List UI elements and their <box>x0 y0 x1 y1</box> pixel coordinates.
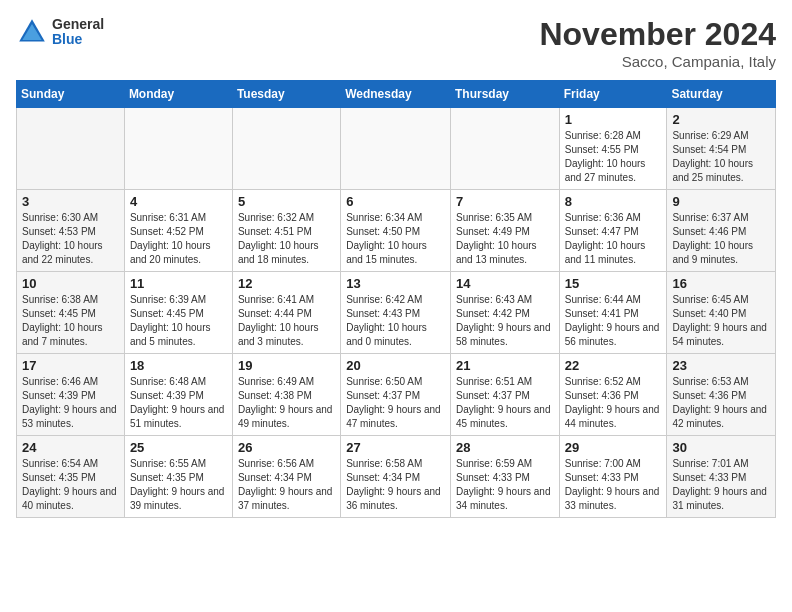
calendar-cell: 7Sunrise: 6:35 AM Sunset: 4:49 PM Daylig… <box>450 190 559 272</box>
calendar-cell: 3Sunrise: 6:30 AM Sunset: 4:53 PM Daylig… <box>17 190 125 272</box>
calendar-cell: 20Sunrise: 6:50 AM Sunset: 4:37 PM Dayli… <box>341 354 451 436</box>
day-info: Sunrise: 6:36 AM Sunset: 4:47 PM Dayligh… <box>565 211 662 267</box>
day-number: 22 <box>565 358 662 373</box>
logo-text: General Blue <box>52 17 104 48</box>
calendar-cell: 30Sunrise: 7:01 AM Sunset: 4:33 PM Dayli… <box>667 436 776 518</box>
day-number: 23 <box>672 358 770 373</box>
day-number: 14 <box>456 276 554 291</box>
day-info: Sunrise: 6:42 AM Sunset: 4:43 PM Dayligh… <box>346 293 445 349</box>
day-info: Sunrise: 6:34 AM Sunset: 4:50 PM Dayligh… <box>346 211 445 267</box>
weekday-header-monday: Monday <box>124 81 232 108</box>
calendar-cell: 8Sunrise: 6:36 AM Sunset: 4:47 PM Daylig… <box>559 190 667 272</box>
calendar-cell: 24Sunrise: 6:54 AM Sunset: 4:35 PM Dayli… <box>17 436 125 518</box>
day-number: 1 <box>565 112 662 127</box>
day-number: 28 <box>456 440 554 455</box>
day-info: Sunrise: 6:48 AM Sunset: 4:39 PM Dayligh… <box>130 375 227 431</box>
calendar-cell <box>17 108 125 190</box>
calendar-cell: 29Sunrise: 7:00 AM Sunset: 4:33 PM Dayli… <box>559 436 667 518</box>
day-info: Sunrise: 6:31 AM Sunset: 4:52 PM Dayligh… <box>130 211 227 267</box>
calendar-cell: 23Sunrise: 6:53 AM Sunset: 4:36 PM Dayli… <box>667 354 776 436</box>
weekday-row: SundayMondayTuesdayWednesdayThursdayFrid… <box>17 81 776 108</box>
day-number: 11 <box>130 276 227 291</box>
day-number: 27 <box>346 440 445 455</box>
day-number: 24 <box>22 440 119 455</box>
calendar-cell: 11Sunrise: 6:39 AM Sunset: 4:45 PM Dayli… <box>124 272 232 354</box>
calendar-week-1: 1Sunrise: 6:28 AM Sunset: 4:55 PM Daylig… <box>17 108 776 190</box>
calendar-cell <box>450 108 559 190</box>
day-info: Sunrise: 6:54 AM Sunset: 4:35 PM Dayligh… <box>22 457 119 513</box>
day-number: 21 <box>456 358 554 373</box>
location: Sacco, Campania, Italy <box>539 53 776 70</box>
calendar-cell: 5Sunrise: 6:32 AM Sunset: 4:51 PM Daylig… <box>232 190 340 272</box>
calendar-cell: 9Sunrise: 6:37 AM Sunset: 4:46 PM Daylig… <box>667 190 776 272</box>
day-number: 5 <box>238 194 335 209</box>
calendar-cell: 19Sunrise: 6:49 AM Sunset: 4:38 PM Dayli… <box>232 354 340 436</box>
day-info: Sunrise: 6:43 AM Sunset: 4:42 PM Dayligh… <box>456 293 554 349</box>
calendar-cell: 2Sunrise: 6:29 AM Sunset: 4:54 PM Daylig… <box>667 108 776 190</box>
day-info: Sunrise: 6:30 AM Sunset: 4:53 PM Dayligh… <box>22 211 119 267</box>
day-number: 6 <box>346 194 445 209</box>
day-info: Sunrise: 6:32 AM Sunset: 4:51 PM Dayligh… <box>238 211 335 267</box>
calendar-cell: 21Sunrise: 6:51 AM Sunset: 4:37 PM Dayli… <box>450 354 559 436</box>
day-info: Sunrise: 6:53 AM Sunset: 4:36 PM Dayligh… <box>672 375 770 431</box>
day-number: 30 <box>672 440 770 455</box>
calendar-cell: 15Sunrise: 6:44 AM Sunset: 4:41 PM Dayli… <box>559 272 667 354</box>
day-number: 8 <box>565 194 662 209</box>
day-info: Sunrise: 6:58 AM Sunset: 4:34 PM Dayligh… <box>346 457 445 513</box>
day-info: Sunrise: 6:44 AM Sunset: 4:41 PM Dayligh… <box>565 293 662 349</box>
calendar-cell: 6Sunrise: 6:34 AM Sunset: 4:50 PM Daylig… <box>341 190 451 272</box>
calendar-cell: 16Sunrise: 6:45 AM Sunset: 4:40 PM Dayli… <box>667 272 776 354</box>
day-number: 2 <box>672 112 770 127</box>
day-info: Sunrise: 6:45 AM Sunset: 4:40 PM Dayligh… <box>672 293 770 349</box>
title-area: November 2024 Sacco, Campania, Italy <box>539 16 776 70</box>
calendar-week-4: 17Sunrise: 6:46 AM Sunset: 4:39 PM Dayli… <box>17 354 776 436</box>
day-number: 29 <box>565 440 662 455</box>
calendar-cell: 10Sunrise: 6:38 AM Sunset: 4:45 PM Dayli… <box>17 272 125 354</box>
day-info: Sunrise: 7:00 AM Sunset: 4:33 PM Dayligh… <box>565 457 662 513</box>
day-info: Sunrise: 6:28 AM Sunset: 4:55 PM Dayligh… <box>565 129 662 185</box>
calendar-cell: 18Sunrise: 6:48 AM Sunset: 4:39 PM Dayli… <box>124 354 232 436</box>
calendar-cell: 13Sunrise: 6:42 AM Sunset: 4:43 PM Dayli… <box>341 272 451 354</box>
day-number: 17 <box>22 358 119 373</box>
day-info: Sunrise: 6:52 AM Sunset: 4:36 PM Dayligh… <box>565 375 662 431</box>
logo-general-text: General <box>52 17 104 32</box>
weekday-header-tuesday: Tuesday <box>232 81 340 108</box>
calendar-table: SundayMondayTuesdayWednesdayThursdayFrid… <box>16 80 776 518</box>
calendar-cell: 27Sunrise: 6:58 AM Sunset: 4:34 PM Dayli… <box>341 436 451 518</box>
day-number: 25 <box>130 440 227 455</box>
day-number: 13 <box>346 276 445 291</box>
day-info: Sunrise: 6:38 AM Sunset: 4:45 PM Dayligh… <box>22 293 119 349</box>
calendar-cell: 4Sunrise: 6:31 AM Sunset: 4:52 PM Daylig… <box>124 190 232 272</box>
month-title: November 2024 <box>539 16 776 53</box>
day-number: 26 <box>238 440 335 455</box>
day-info: Sunrise: 6:59 AM Sunset: 4:33 PM Dayligh… <box>456 457 554 513</box>
day-info: Sunrise: 7:01 AM Sunset: 4:33 PM Dayligh… <box>672 457 770 513</box>
day-number: 12 <box>238 276 335 291</box>
logo: General Blue <box>16 16 104 48</box>
day-info: Sunrise: 6:41 AM Sunset: 4:44 PM Dayligh… <box>238 293 335 349</box>
calendar-cell <box>341 108 451 190</box>
calendar-week-3: 10Sunrise: 6:38 AM Sunset: 4:45 PM Dayli… <box>17 272 776 354</box>
logo-icon <box>16 16 48 48</box>
day-number: 20 <box>346 358 445 373</box>
page-header: General Blue November 2024 Sacco, Campan… <box>16 16 776 70</box>
day-number: 10 <box>22 276 119 291</box>
day-number: 3 <box>22 194 119 209</box>
weekday-header-friday: Friday <box>559 81 667 108</box>
day-info: Sunrise: 6:29 AM Sunset: 4:54 PM Dayligh… <box>672 129 770 185</box>
day-number: 4 <box>130 194 227 209</box>
calendar-cell: 25Sunrise: 6:55 AM Sunset: 4:35 PM Dayli… <box>124 436 232 518</box>
calendar-cell <box>232 108 340 190</box>
day-info: Sunrise: 6:51 AM Sunset: 4:37 PM Dayligh… <box>456 375 554 431</box>
day-number: 19 <box>238 358 335 373</box>
calendar-week-2: 3Sunrise: 6:30 AM Sunset: 4:53 PM Daylig… <box>17 190 776 272</box>
calendar-cell: 12Sunrise: 6:41 AM Sunset: 4:44 PM Dayli… <box>232 272 340 354</box>
calendar-cell: 1Sunrise: 6:28 AM Sunset: 4:55 PM Daylig… <box>559 108 667 190</box>
calendar-cell: 26Sunrise: 6:56 AM Sunset: 4:34 PM Dayli… <box>232 436 340 518</box>
day-info: Sunrise: 6:35 AM Sunset: 4:49 PM Dayligh… <box>456 211 554 267</box>
weekday-header-thursday: Thursday <box>450 81 559 108</box>
day-info: Sunrise: 6:49 AM Sunset: 4:38 PM Dayligh… <box>238 375 335 431</box>
calendar-cell <box>124 108 232 190</box>
day-info: Sunrise: 6:56 AM Sunset: 4:34 PM Dayligh… <box>238 457 335 513</box>
day-info: Sunrise: 6:37 AM Sunset: 4:46 PM Dayligh… <box>672 211 770 267</box>
